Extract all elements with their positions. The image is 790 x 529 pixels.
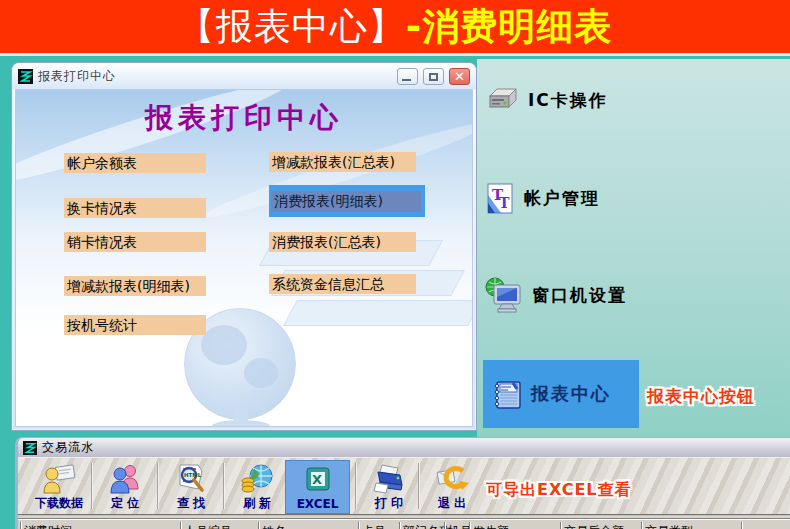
report-button-adjust-summary[interactable]: 增减款报表(汇总表): [269, 152, 416, 172]
exit-button[interactable]: 退 出: [421, 460, 483, 514]
report-button-consume-detail-selected[interactable]: 消费报表(明细表): [269, 185, 425, 217]
monitor-globe-icon: [485, 277, 522, 314]
minimize-button[interactable]: [397, 68, 418, 85]
column-separator: [741, 522, 742, 529]
transaction-flow-window: 交易流水 下载数据: [15, 437, 790, 529]
toolbar-separator: [157, 463, 158, 509]
svg-text:X: X: [312, 472, 322, 487]
sidebar-item-account[interactable]: T T 帐户管理: [487, 183, 600, 214]
column-separator: [641, 522, 642, 529]
toolbar-label: 退 出: [438, 495, 466, 512]
report-button-fund-summary[interactable]: 系统资金信息汇总: [269, 274, 416, 294]
toolbar-label: 下载数据: [35, 495, 83, 512]
column-separator: [258, 522, 259, 529]
find-button[interactable]: HTML 查 找: [160, 460, 222, 514]
sidebar-item-report-center[interactable]: 报表中心: [483, 360, 639, 428]
excel-icon: X: [303, 464, 333, 494]
maximize-icon: [429, 73, 438, 81]
refresh-button[interactable]: 刷 新: [226, 460, 288, 514]
column-header: 人员编号: [184, 523, 232, 529]
toolbar-label: 查 找: [177, 495, 205, 512]
sidebar-item-label: 窗口机设置: [532, 284, 627, 307]
window-titlebar[interactable]: 报表打印中心 ✕: [12, 63, 476, 89]
excel-export-hint: 可导出EXCEL查看: [486, 480, 632, 501]
column-header: 交易后余额: [564, 523, 624, 529]
globe-watermark: [201, 325, 247, 365]
column-separator: [399, 522, 400, 529]
sidebar-item-label: IC卡操作: [528, 89, 608, 112]
toolbar-label: 定 位: [111, 495, 139, 512]
report-button-card-exchange[interactable]: 换卡情况表: [64, 198, 206, 218]
locate-icon: [108, 463, 142, 495]
app-icon: [23, 441, 37, 455]
grid-header-row: 消费时间 人员编号 姓名 卡号 部门名称 机号 发生额 交易后余额 交易类型: [18, 518, 790, 529]
svg-text:T: T: [499, 195, 510, 211]
sidebar-item-label: 报表中心: [531, 382, 611, 406]
find-icon: HTML: [174, 463, 208, 495]
report-button-account-balance[interactable]: 帐户余额表: [64, 153, 206, 173]
toolbar-separator: [91, 463, 92, 509]
font-icon: T T: [487, 183, 514, 214]
report-button-consume-detail-label: 消费报表(明细表): [271, 191, 421, 212]
page-title: 报表打印中心: [16, 99, 472, 137]
card-reader-icon: [486, 87, 518, 113]
print-icon: [372, 463, 406, 495]
column-header: 发生额: [473, 523, 509, 529]
toolbar-label: 打 印: [375, 495, 403, 512]
toolbar-label: EXCEL: [297, 497, 339, 511]
sidebar-item-ic-card[interactable]: IC卡操作: [486, 87, 608, 113]
notebook-icon: [491, 377, 525, 411]
app-icon: [18, 69, 33, 84]
download-data-button[interactable]: 下载数据: [28, 460, 90, 514]
column-separator: [20, 522, 21, 529]
column-header: 交易类型: [645, 523, 693, 529]
book-watermark: [283, 300, 473, 326]
maximize-button[interactable]: [423, 68, 444, 85]
column-separator: [358, 522, 359, 529]
toolbar-label: 刷 新: [243, 495, 271, 512]
report-button-by-machine[interactable]: 按机号统计: [64, 315, 206, 335]
column-separator: [444, 522, 445, 529]
transaction-window-title: 交易流水: [42, 439, 94, 456]
column-header: 卡号: [362, 523, 386, 529]
side-panel: IC卡操作 T T 帐户管理 窗口机设置: [477, 59, 790, 437]
banner-title-secondary: -消费明细表: [406, 2, 612, 52]
toolbar: 下载数据 定 位 HTML: [18, 457, 790, 516]
download-data-icon: [42, 463, 76, 495]
svg-text:HTML: HTML: [184, 472, 202, 478]
window-title: 报表打印中心: [38, 68, 392, 85]
locate-button[interactable]: 定 位: [94, 460, 156, 514]
report-print-center-window: 报表打印中心 ✕ 报表打印中心 帐户余额表 换卡情况表 销卡情况表 增减款报表(…: [11, 62, 477, 431]
refresh-icon: [240, 463, 274, 495]
print-button[interactable]: 打 印: [358, 460, 420, 514]
report-center-annotation: 报表中心按钮: [647, 385, 755, 408]
column-header: 姓名: [262, 523, 286, 529]
window-content: 报表打印中心 帐户余额表 换卡情况表 销卡情况表 增减款报表(明细表) 按机号统…: [15, 89, 473, 427]
report-button-consume-summary[interactable]: 消费报表(汇总表): [269, 232, 416, 252]
report-button-adjust-detail[interactable]: 增减款报表(明细表): [64, 276, 206, 296]
column-separator: [469, 522, 470, 529]
column-separator: [180, 522, 181, 529]
column-separator: [560, 522, 561, 529]
toolbar-separator: [418, 463, 419, 509]
sidebar-item-window-machine[interactable]: 窗口机设置: [485, 277, 627, 314]
close-icon: ✕: [450, 69, 469, 84]
banner-title-primary: 【报表中心】: [178, 2, 406, 52]
toolbar-separator: [223, 463, 224, 509]
exit-icon: [435, 463, 469, 495]
column-header: 消费时间: [24, 523, 72, 529]
transaction-window-titlebar[interactable]: 交易流水: [18, 438, 790, 457]
minimize-icon: [402, 79, 411, 81]
sidebar-item-label: 帐户管理: [524, 187, 600, 210]
close-button[interactable]: ✕: [449, 68, 470, 85]
excel-button[interactable]: X EXCEL: [285, 460, 350, 514]
toolbar-separator: [355, 463, 356, 509]
globe-watermark: [244, 358, 278, 388]
report-button-card-cancel[interactable]: 销卡情况表: [64, 232, 206, 252]
page-banner: 【报表中心】 -消费明细表: [0, 0, 790, 56]
globe-watermark: [212, 420, 270, 427]
